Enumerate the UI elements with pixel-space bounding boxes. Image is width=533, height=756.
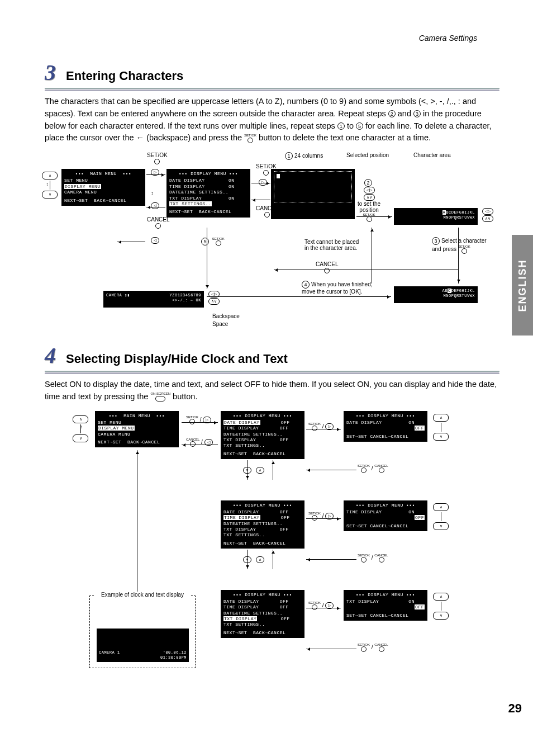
step-ref-2: 2 <box>388 110 396 117</box>
section-3-title: Entering Characters <box>66 69 183 83</box>
main-menu-screen: ▪▪▪ MAIN MENU ▪▪▪ SET MENU DISPLAY MENU … <box>61 169 145 206</box>
label-11-lines: 11 lines <box>310 194 329 200</box>
time-display-screen: ▪▪▪ DISPLAY MENU ▪▪▪ TIME DISPLAY ON OFF… <box>344 500 427 532</box>
setok-set-icon: SET/OK / ▷ <box>308 422 334 431</box>
display-menu-time: ▪▪▪ DISPLAY MENU ▪▪▪ DATE DISPLAY OFF TI… <box>221 500 304 549</box>
body-text-part: button to delete the text one character … <box>259 133 431 142</box>
label-character-area: Character area <box>413 152 451 158</box>
diagram-entering-characters: 124 columns Selected position Character … <box>45 152 499 331</box>
down-up-icons: ∨ ∧ <box>243 467 264 474</box>
section-4-body: Select ON to display the date, time and … <box>45 379 499 403</box>
onscreen-button-icon: ON SCREEN <box>150 392 170 401</box>
cancel-back-icon: CANCEL / ◁ <box>186 438 213 447</box>
display-menu-screen: ▪▪▪ DISPLAY MENU ▪▪▪ DATE DISPLAY ON TIM… <box>166 169 250 218</box>
character-area-screen: AABCDEFGHIJKLBCDEFGHIJKL MNOPQRSTUVWX <box>394 208 478 225</box>
label-finished: 4When you have finished, move the cursor… <box>302 281 373 295</box>
cancel-key-icon: ◁ <box>151 202 159 209</box>
character-area-screen-2: ABCDEFGHIJKL MNOPQRSTUVWX <box>394 286 478 303</box>
section-3-header: 3 Entering Characters <box>45 59 499 89</box>
step-ref-3: 3 <box>413 110 421 117</box>
label-24-columns: 124 columns <box>285 152 323 160</box>
example-date: '00.06.12 <box>163 650 187 655</box>
nav-lr-icon: ◁▷∧∨ <box>482 208 493 222</box>
body-text-part: and <box>398 109 413 118</box>
date-display-screen: ▪▪▪ DISPLAY MENU ▪▪▪ DATE DISPLAY ON OFF… <box>344 411 427 442</box>
back-key-icon: ◁ <box>151 237 159 244</box>
nav-lr-icon: ◁▷∧∨ <box>208 291 220 305</box>
cancel-icon: CANCEL <box>147 216 170 229</box>
breadcrumb: Camera Settings <box>45 34 499 42</box>
down-up-icons: ∨ ∧ <box>243 556 264 563</box>
up-down-icon: ↕ <box>151 190 154 196</box>
setok-button-icon: SET/OK <box>244 134 256 143</box>
example-display-box: Example of clock and text display CAMERA… <box>89 596 196 668</box>
example-camera: CAMERA 1 <box>99 650 120 660</box>
nav-keys: ∧↕∨ <box>73 415 88 442</box>
step-number-3: 3 <box>45 59 56 86</box>
label-selected-position: Selected position <box>346 152 389 158</box>
setok-set-icon: SET/OK / ▷ <box>186 415 211 424</box>
display-menu-date: ▪▪▪ DISPLAY MENU ▪▪▪ DATE DISPLAY OFF TI… <box>221 411 304 460</box>
display-menu-txt: ▪▪▪ DISPLAY MENU ▪▪▪ DATE DISPLAY OFF TI… <box>221 590 304 639</box>
setok-cancel-icons: SET/OK / CANCEL <box>358 643 388 652</box>
nav-up-down-keys: ∧↕∨ <box>42 172 58 199</box>
section-4-header: 4 Selecting Display/Hide Clock and Text <box>45 342 499 372</box>
setok-icon: SET/OK <box>147 152 168 164</box>
example-time: 01:30:00PM <box>160 655 187 660</box>
setok-cancel-icons: SET/OK / CANCEL <box>358 464 388 473</box>
language-tab: ENGLISH <box>512 235 533 336</box>
label-space: Space <box>212 321 228 327</box>
page-number: 29 <box>508 701 522 716</box>
diagram-display-hide: ▪▪▪ MAIN MENU ▪▪▪ SET MENU DISPLAY MENU … <box>45 411 499 702</box>
body-text-part: Select ON to display the date, time and … <box>45 380 497 401</box>
example-label: Example of clock and text display <box>94 592 191 598</box>
txt-display-screen: ▪▪▪ DISPLAY MENU ▪▪▪ TXT DISPLAY ON OFF … <box>344 590 427 621</box>
nav-keys: ∧∨ <box>433 503 449 530</box>
main-menu-screen-2: ▪▪▪ MAIN MENU ▪▪▪ SET MENU DISPLAY MENU … <box>95 411 179 448</box>
cancel-button-icon: CANCEL <box>316 261 339 273</box>
nav-keys: ∧∨ <box>433 593 449 620</box>
section-3-body: The characters that can be specified are… <box>45 96 499 144</box>
step-number-4: 4 <box>45 342 56 368</box>
setok-set-icon: SET/OK / ▷ <box>308 512 334 521</box>
nav-keys: ∧∨ <box>433 414 449 441</box>
character-row-screen: CAMERA ▯▮YZ0123456789 <>-/.: ← OK <box>103 291 204 308</box>
setok-cancel-icons: SET/OK / CANCEL <box>358 554 388 563</box>
step-ref-5: 5 <box>356 122 363 130</box>
label-select-char: 3Select a character and press SET/OK <box>432 237 487 254</box>
label-cursor: Cursor <box>279 204 296 210</box>
setok-set-icon: SET/OK / ▷ <box>308 601 334 610</box>
body-text-part: button. <box>173 392 197 401</box>
section-4-title: Selecting Display/Hide Clock and Text <box>66 352 288 366</box>
cancel-icon: CANCEL <box>256 205 279 218</box>
label-set-position: 2◁▷∧∨to set the positionSET/OK <box>358 179 380 222</box>
label-backspace: Backspace <box>212 313 240 319</box>
label-no-place: Text cannot be placed in the character a… <box>304 239 359 251</box>
step-ref-1: 1 <box>337 122 345 130</box>
setok-icon: SET/OK <box>256 163 277 176</box>
step-5-icon: 5 SET/OK <box>201 237 225 246</box>
body-text-part: to <box>347 121 356 130</box>
language-tab-text: ENGLISH <box>517 259 529 311</box>
